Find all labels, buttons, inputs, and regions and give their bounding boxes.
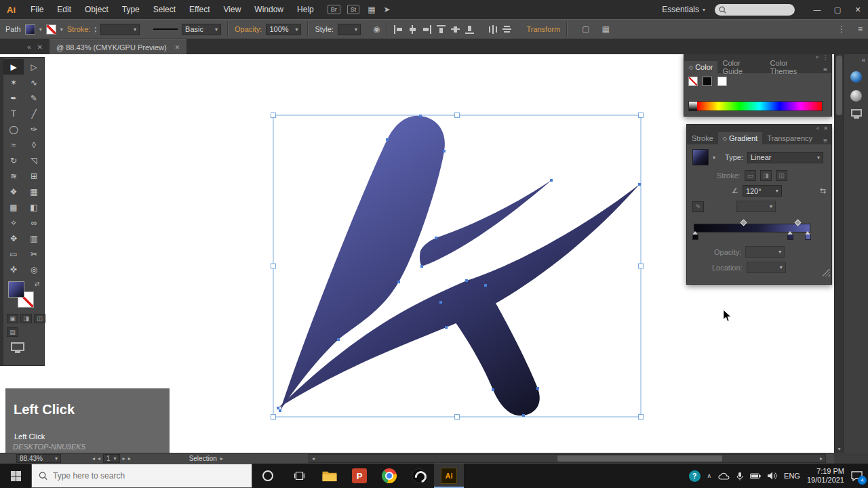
gradient-ramp[interactable] [694,224,810,232]
distribute-vertical-button[interactable] [502,25,513,34]
panel-menu-icon[interactable]: ≡ [858,24,863,34]
app-search-input[interactable] [715,4,795,16]
gradient-panel-dockbar[interactable]: « ✕ [687,125,831,132]
reverse-gradient-icon[interactable]: ⇆ [820,186,826,195]
start-button[interactable] [0,464,31,488]
tool-shaper[interactable]: ≈ [3,137,24,152]
obs-button[interactable] [404,464,434,488]
tool-rotate[interactable]: ↻ [3,152,24,168]
draw-behind-button[interactable]: ◨ [20,314,32,323]
language-indicator[interactable]: ENG [784,472,800,480]
menu-object[interactable]: Object [78,0,115,19]
stroke-link[interactable]: Stroke: [67,25,91,33]
arrange-documents-icon[interactable]: ▦ [368,5,375,14]
menu-type[interactable]: Type [115,0,146,19]
vertical-scrollbar-thumb[interactable] [836,56,842,115]
tool-perspective-grid[interactable]: ▦ [24,184,44,199]
tab-gradient[interactable]: ◇ Gradient [718,132,762,144]
microphone-icon[interactable] [736,472,743,481]
search-input[interactable] [53,471,245,481]
menu-window[interactable]: Window [248,0,290,19]
scroll-left-icon[interactable]: ◂ [309,455,317,462]
edit-gradient-button[interactable]: ✎ [692,201,704,212]
collapse-panel-icon[interactable]: « [816,125,819,132]
first-artboard-icon[interactable]: ◂ [92,455,95,462]
panel-resize-grip[interactable] [823,269,830,277]
document-setup-icon[interactable]: ◉ [373,24,380,34]
menu-edit[interactable]: Edit [50,0,78,19]
tab-transparency[interactable]: Transparency [762,132,817,144]
tab-color-themes[interactable]: Color Themes [765,61,819,73]
close-button[interactable]: ✕ [848,0,868,19]
scroll-right-icon[interactable]: ▸ [817,455,825,462]
menu-view[interactable]: View [217,0,248,19]
action-center-button[interactable]: 4 [851,471,863,481]
file-explorer-button[interactable] [315,464,344,488]
tool-scale[interactable]: ◹ [24,152,44,168]
tab-color-guide[interactable]: Color Guide [717,61,765,73]
help-icon[interactable]: ? [689,470,701,482]
rainbow-spectrum[interactable] [697,102,822,110]
fill-color-swatch[interactable] [8,281,24,298]
stroke-gradient-along-button[interactable]: ◨ [760,170,772,181]
tool-eyedropper[interactable]: ✧ [3,215,24,230]
close-tools-icon[interactable]: ✕ [37,43,43,51]
tool-magic-wand[interactable]: ✶ [3,75,24,90]
onedrive-icon[interactable] [718,472,730,480]
menu-effect[interactable]: Effect [182,0,216,19]
tool-slice[interactable]: ✂ [24,246,44,262]
tool-direct-selection[interactable]: ▷ [24,59,44,75]
stock-button[interactable]: St [347,5,360,14]
tool-hand[interactable]: ✜ [3,262,24,277]
gradient-slider[interactable] [692,218,826,242]
gradient-stop-end[interactable] [805,234,811,240]
align-top-button[interactable] [436,25,446,34]
tool-selection[interactable]: ▶ [3,59,24,75]
document-tab[interactable]: @ 88.43% (CMYK/GPU Preview) ✕ [50,39,186,54]
cortana-button[interactable] [252,464,283,488]
gradient-type-select[interactable]: Linear ▾ [747,152,823,163]
vertical-scrollbar[interactable]: ▾ [835,54,844,453]
gradient-stop-start[interactable] [692,234,698,240]
align-center-button[interactable] [408,25,418,34]
panel-kebab-icon[interactable]: ⋮ [837,24,846,34]
brush-select[interactable]: Basic ▾ [182,24,221,35]
expand-panels-icon[interactable]: « [861,56,865,64]
align-middle-button[interactable] [450,25,460,34]
grayscale-ramp[interactable] [689,102,697,110]
panel-kebab-icon[interactable]: ⋮ [823,54,828,61]
panel-menu-icon[interactable]: ≡ [819,137,831,144]
tool-pen[interactable]: ✒ [3,90,24,106]
libraries-panel-icon[interactable] [850,71,862,83]
task-view-button[interactable] [283,464,315,488]
transform-link[interactable]: Transform [526,25,560,33]
tool-blend[interactable]: ∞ [24,215,44,230]
tool-shape-builder[interactable]: ❖ [3,184,24,199]
white-swatch[interactable] [717,77,727,86]
spin-down-icon[interactable]: ▾ [95,29,97,33]
properties-panel-icon[interactable] [850,90,862,102]
opacity-select[interactable]: 100% ▾ [266,24,301,35]
swap-fill-stroke-icon[interactable]: ⇄ [35,281,40,287]
gradient-thumbnail[interactable] [692,149,709,165]
current-tool-status[interactable]: Selection ▸ [189,455,223,462]
gradient-stop-mid[interactable] [787,234,793,240]
stroke-swatch-mini[interactable] [46,24,56,35]
color-spectrum-bar[interactable] [688,101,823,111]
isolate-icon[interactable]: ▢ [582,24,589,34]
hidden-icons-chevron[interactable]: ∧ [707,472,712,479]
gradient-angle-select[interactable]: 120° ▾ [743,185,782,197]
black-swatch[interactable] [703,77,712,86]
horizontal-scroll-track[interactable] [317,455,817,462]
stroke-dropdown-icon[interactable]: ▾ [60,26,63,33]
tool-type[interactable]: T [3,106,24,121]
menu-help[interactable]: Help [290,0,321,19]
last-artboard-icon[interactable]: ▸ [128,455,131,462]
select-similar-icon[interactable]: ▦ [601,24,609,34]
none-swatch[interactable] [688,77,698,86]
align-left-button[interactable] [393,25,403,34]
illustrator-taskbar-button[interactable]: Ai [434,464,464,488]
prev-artboard-icon[interactable]: ◂ [98,455,100,462]
next-artboard-icon[interactable]: ▸ [123,455,125,462]
stroke-gradient-within-button[interactable]: ▭ [745,170,756,181]
